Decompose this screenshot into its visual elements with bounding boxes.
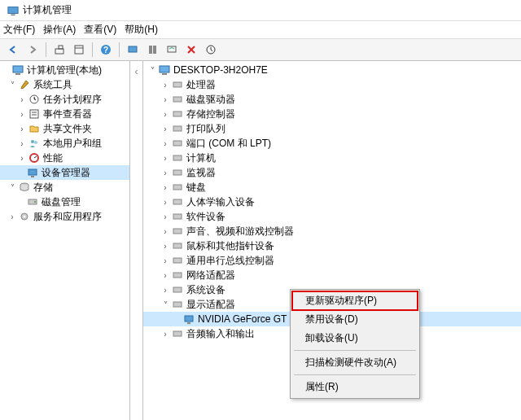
expander-icon[interactable]: ˅: [160, 300, 171, 309]
device-category-label: 打印队列: [186, 122, 225, 136]
ctx-update-driver[interactable]: 更新驱动程序(P): [292, 291, 418, 310]
svg-rect-13: [13, 66, 23, 72]
expander-icon[interactable]: ›: [160, 81, 171, 90]
expander-icon[interactable]: ›: [160, 183, 171, 192]
expander-icon[interactable]: ›: [16, 95, 28, 104]
help-button[interactable]: ?: [98, 42, 114, 58]
expander-icon[interactable]: ›: [160, 110, 171, 119]
expander-icon[interactable]: ›: [160, 330, 171, 339]
expander-icon[interactable]: ˅: [7, 183, 18, 192]
expander-icon[interactable]: ˅: [147, 66, 158, 75]
expander-icon[interactable]: ›: [160, 286, 171, 295]
device-category[interactable]: ›键盘: [143, 180, 521, 195]
scan-button[interactable]: [164, 42, 180, 58]
menu-file[interactable]: 文件(F): [3, 23, 35, 37]
device-category-label: 处理器: [186, 78, 216, 92]
expander-icon[interactable]: ›: [160, 242, 171, 251]
svg-text:?: ?: [103, 46, 108, 55]
device-category[interactable]: ›处理器: [143, 77, 521, 92]
ctx-separator: [294, 374, 416, 375]
wrench-icon: [18, 78, 31, 91]
expander-icon[interactable]: ›: [16, 125, 28, 133]
svg-rect-1: [11, 14, 15, 15]
menu-help[interactable]: 帮助(H): [125, 23, 158, 37]
up-button[interactable]: [51, 42, 68, 58]
svg-rect-43: [173, 258, 182, 263]
left-local-users[interactable]: › 本地用户和组: [0, 136, 129, 151]
device-category[interactable]: ›端口 (COM 和 LPT): [143, 136, 521, 151]
device-category-label: 磁盘驱动器: [186, 93, 235, 107]
expander-icon[interactable]: ›: [16, 139, 28, 148]
expander-icon[interactable]: ›: [160, 154, 171, 163]
toolbar-icon-2[interactable]: [144, 42, 160, 58]
device-category-icon: [171, 298, 184, 311]
expander-icon[interactable]: ›: [160, 139, 171, 148]
delete-button[interactable]: [183, 42, 199, 58]
expander-icon[interactable]: ˅: [7, 81, 18, 90]
toolbar: ?: [0, 39, 521, 61]
device-category-label: 监视器: [186, 166, 216, 180]
device-category[interactable]: ›监视器: [143, 165, 521, 180]
device-category-label: 端口 (COM 和 LPT): [186, 137, 271, 151]
device-category[interactable]: ›声音、视频和游戏控制器: [143, 224, 521, 238]
splitter[interactable]: ‹: [130, 61, 143, 420]
back-button[interactable]: [5, 42, 21, 58]
device-category-icon: [171, 78, 184, 91]
title-bar: 计算机管理: [0, 0, 521, 21]
device-category[interactable]: ›人体学输入设备: [143, 195, 521, 209]
expander-icon[interactable]: ›: [160, 227, 171, 236]
ctx-uninstall-device[interactable]: 卸载设备(U): [292, 329, 418, 348]
expander-icon[interactable]: ›: [160, 212, 171, 221]
left-root[interactable]: 计算机管理(本地): [0, 63, 129, 77]
svg-rect-22: [28, 169, 37, 175]
expander-icon[interactable]: ›: [160, 198, 171, 207]
device-category[interactable]: ›网络适配器: [143, 268, 521, 282]
main-area: 计算机管理(本地) ˅ 系统工具 › 任务计划程序 › 事件查看器 › 共享文件…: [0, 61, 521, 420]
left-device-manager[interactable]: 设备管理器: [0, 165, 129, 180]
left-services-apps[interactable]: › 服务和应用程序: [0, 209, 129, 224]
expander-icon[interactable]: ›: [16, 154, 28, 163]
svg-rect-2: [55, 49, 63, 54]
more-button[interactable]: [203, 42, 219, 58]
ctx-scan-hardware[interactable]: 扫描检测硬件改动(A): [292, 353, 418, 372]
expander-icon[interactable]: ›: [16, 110, 28, 119]
device-category[interactable]: ›鼠标和其他指针设备: [143, 238, 521, 253]
device-category[interactable]: ›打印队列: [143, 121, 521, 136]
device-category-icon: [171, 283, 184, 296]
left-storage[interactable]: ˅ 存储: [0, 180, 129, 195]
expander-icon[interactable]: ›: [160, 95, 171, 104]
left-event-viewer[interactable]: › 事件查看器: [0, 107, 129, 121]
device-root[interactable]: ˅ DESKTOP-3H2OH7E: [143, 63, 521, 77]
device-category-label: 显示适配器: [186, 298, 235, 312]
clock-icon: [28, 93, 41, 106]
device-category[interactable]: ›软件设备: [143, 209, 521, 224]
forward-button[interactable]: [24, 42, 41, 58]
ctx-disable-device[interactable]: 禁用设备(D): [292, 310, 418, 329]
device-category-label: 计算机: [186, 151, 216, 165]
expander-icon[interactable]: ›: [160, 168, 171, 177]
device-category[interactable]: ›计算机: [143, 151, 521, 165]
toolbar-icon-1[interactable]: [125, 42, 141, 58]
expander-icon[interactable]: ›: [7, 212, 18, 221]
left-task-scheduler[interactable]: › 任务计划程序: [0, 92, 129, 107]
left-shared-folders[interactable]: › 共享文件夹: [0, 121, 129, 136]
left-disk-management[interactable]: 磁盘管理: [0, 195, 129, 209]
device-category-icon: [171, 239, 184, 252]
expander-icon[interactable]: ›: [160, 125, 171, 133]
left-performance[interactable]: › 性能: [0, 151, 129, 165]
menu-view[interactable]: 查看(V): [84, 23, 116, 37]
left-root-label: 计算机管理(本地): [27, 63, 102, 77]
device-category[interactable]: ›存储控制器: [143, 107, 521, 121]
left-system-tools[interactable]: ˅ 系统工具: [0, 77, 129, 92]
show-hide-button[interactable]: [71, 42, 87, 58]
ctx-properties[interactable]: 属性(R): [292, 378, 418, 396]
svg-point-20: [34, 141, 37, 144]
device-category[interactable]: ›磁盘驱动器: [143, 92, 521, 107]
expander-icon[interactable]: ›: [160, 271, 171, 280]
svg-rect-4: [75, 46, 83, 54]
expander-icon[interactable]: ›: [160, 256, 171, 265]
display-adapter-icon: [182, 313, 195, 326]
menu-action[interactable]: 操作(A): [43, 23, 76, 37]
device-category[interactable]: ›通用串行总线控制器: [143, 253, 521, 268]
device-category-label: 声音、视频和游戏控制器: [186, 225, 294, 238]
